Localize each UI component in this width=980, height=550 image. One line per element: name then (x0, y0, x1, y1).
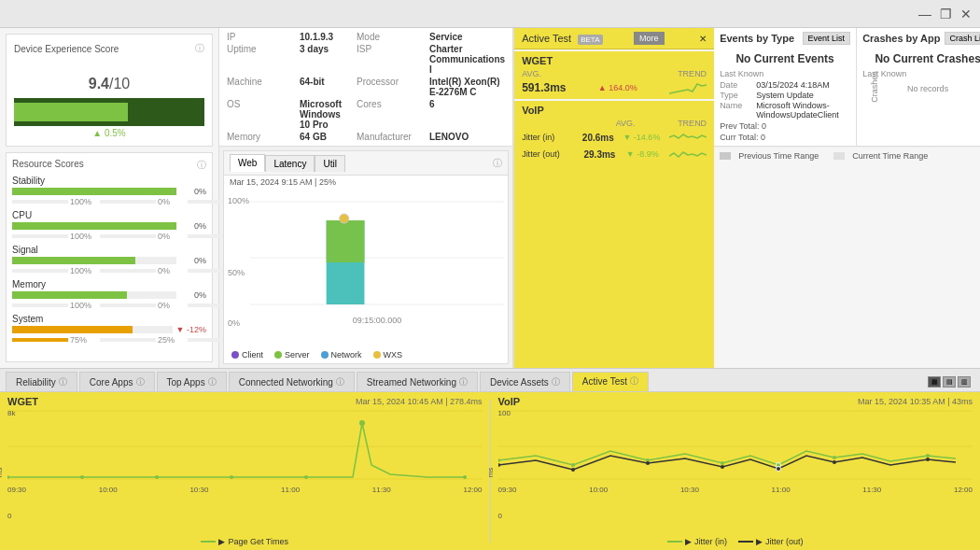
main-content: Device Experience Score ⓘ 9.4/10 ▲ 0.5% … (0, 28, 980, 368)
view-icon-1[interactable]: ▦ (928, 376, 941, 388)
cpu-bar-row: 0% (12, 221, 206, 231)
wget-svg (7, 409, 483, 484)
active-test-header: Active Test BETA More ✕ (514, 28, 714, 49)
wget-x-labels: 09:30 10:00 10:30 11:00 11:30 12:00 (7, 486, 483, 494)
resource-row-system: System ▼ -12% 75% 25% (12, 314, 206, 345)
tab-latency[interactable]: Latency (265, 155, 315, 172)
minimize-button[interactable]: — (918, 7, 931, 21)
info-icon[interactable]: ⓘ (195, 42, 204, 55)
cores-label: Cores (357, 99, 422, 130)
title-bar: — ❐ ✕ (0, 0, 980, 28)
event-date-row: Date 03/15/2024 4:18AM (720, 80, 850, 90)
voip-legend: ▶ Jitter (in) ▶ Jitter (out) (498, 537, 973, 546)
tab-connected-networking-icon[interactable]: ⓘ (336, 376, 344, 388)
tab-device-assets[interactable]: Device Assets ⓘ (480, 372, 570, 391)
info-row-uptime: Uptime 3 days (227, 44, 342, 75)
close-icon[interactable]: ✕ (699, 34, 707, 44)
cpu-sub: 100% 0% 0% (12, 232, 206, 241)
tab-core-apps-icon[interactable]: ⓘ (136, 376, 145, 388)
wget-y-zero: 0 (7, 512, 11, 520)
view-icon-2[interactable]: ▤ (943, 376, 956, 388)
tab-core-apps[interactable]: Core Apps ⓘ (79, 372, 155, 391)
jitter-in-legend-line (667, 541, 682, 543)
tab-streamed-networking[interactable]: Streamed Networking ⓘ (357, 372, 478, 391)
voip-label-spacer (522, 119, 573, 128)
cpu-sub-bar2 (100, 234, 156, 238)
voip-jitter-out-legend: ▶ Jitter (out) (738, 537, 804, 546)
tab-web[interactable]: Web (230, 154, 265, 172)
system-bar-row: ▼ -12% (12, 325, 206, 334)
resource-scores-box: Resource Scores ⓘ Stability 0% 100% (6, 152, 213, 362)
main-window: — ❐ ✕ Device Experience Score ⓘ 9.4/10 (0, 0, 980, 550)
svg-point-27 (571, 468, 575, 472)
resource-row-signal: Signal 0% 100% 0% (12, 245, 206, 275)
more-button[interactable]: More (634, 32, 665, 45)
tab-connected-networking[interactable]: Connected Networking ⓘ (229, 372, 355, 391)
tab-device-assets-icon[interactable]: ⓘ (552, 376, 560, 388)
jitter-in-sparkline (669, 130, 707, 145)
signal-sub-bar1 (12, 269, 68, 273)
events-col: Events by Type Event List No Current Eve… (714, 28, 857, 146)
wget-legend: ▶ Page Get Times (7, 537, 483, 546)
cpu-sub-bar1 (12, 234, 68, 238)
voip-svg (498, 409, 973, 484)
client-label: Client (242, 350, 263, 360)
svg-point-20 (571, 463, 575, 467)
legend-network: Network (321, 350, 362, 360)
voip-x-labels: 09:30 10:00 10:30 11:00 11:30 12:00 (498, 486, 973, 494)
tab-device-assets-label: Device Assets (490, 377, 549, 388)
svg-point-32 (926, 458, 930, 461)
tab-active-test[interactable]: Active Test ⓘ (572, 372, 649, 391)
chart-info-icon[interactable]: ⓘ (493, 157, 502, 170)
uptime-value: 3 days (300, 44, 329, 75)
signal-sub-pct2: 0% (158, 266, 184, 275)
signal-bar-row: 0% (12, 256, 206, 265)
event-name-key: Name (720, 101, 752, 120)
chart-tabs-row: Web Latency Util ⓘ (224, 151, 508, 176)
view-icon-3[interactable]: ▥ (958, 376, 971, 388)
resource-info-icon[interactable]: ⓘ (197, 159, 206, 172)
jitter-out-legend-label: Jitter (out) (765, 537, 804, 546)
tab-top-apps-icon[interactable]: ⓘ (208, 376, 217, 388)
event-list-button[interactable]: Event List (803, 32, 851, 45)
svg-point-9 (7, 475, 9, 479)
voip-jitter-in-legend: ▶ Jitter (in) (667, 537, 727, 546)
chart-wrap: Web Latency Util ⓘ Mar 15, 2024 9:15 AM … (223, 150, 509, 364)
signal-sub2: 0% (100, 266, 184, 275)
system-sub: 75% 25% 0% (12, 335, 206, 345)
wget-trend-value: ▲ 164.0% (598, 83, 637, 92)
tab-reliability[interactable]: Reliability ⓘ (6, 372, 77, 391)
ip-label: IP (227, 32, 292, 42)
info-row-mode: Mode Service (357, 32, 505, 42)
maximize-button[interactable]: ❐ (939, 7, 952, 21)
signal-sub: 100% 0% 0% (12, 266, 206, 275)
system-sub2: 25% (100, 335, 184, 345)
panel-header-row: Events by Type Event List No Current Eve… (714, 28, 980, 147)
tab-streamed-networking-icon[interactable]: ⓘ (459, 376, 468, 388)
svg-point-29 (721, 465, 724, 469)
jitter-in-trend: ▼ -14.6% (623, 133, 660, 142)
close-button[interactable]: ✕ (959, 7, 973, 21)
voip-cols: AVG. TREND (522, 119, 707, 128)
stability-pct: 0% (180, 187, 206, 196)
tab-active-test-icon[interactable]: ⓘ (630, 375, 638, 388)
chart-body: 100% 50% 0% 09:15:00.000 (224, 189, 508, 346)
memory-bar (12, 291, 176, 299)
left-panel: Device Experience Score ⓘ 9.4/10 ▲ 0.5% … (0, 28, 219, 368)
tab-util[interactable]: Util (315, 155, 344, 172)
wget-legend-label: ▶ (218, 537, 225, 546)
tab-reliability-icon[interactable]: ⓘ (59, 376, 67, 388)
resource-scores-label: Resource Scores (12, 159, 84, 172)
event-type-key: Type (720, 91, 752, 100)
tab-top-apps[interactable]: Top Apps ⓘ (157, 372, 227, 391)
svg-point-22 (721, 461, 724, 465)
voip-jitter-in-row: Jitter (in) 20.6ms ▼ -14.6% (522, 130, 707, 145)
voip-chart-timestamp: Mar 15, 2024 10:35 AM | 43ms (858, 397, 973, 406)
info-row-isp: ISP Charter Communications I (357, 44, 505, 75)
score-bar-fill (14, 103, 128, 121)
tab-reliability-label: Reliability (16, 377, 56, 388)
wget-chart-timestamp: Mar 15, 2024 10:45 AM | 278.4ms (356, 397, 482, 406)
voip-x-1100: 11:00 (772, 486, 791, 494)
resource-scores-title-row: Resource Scores ⓘ (12, 159, 206, 172)
crash-list-button[interactable]: Crash List (945, 32, 980, 45)
